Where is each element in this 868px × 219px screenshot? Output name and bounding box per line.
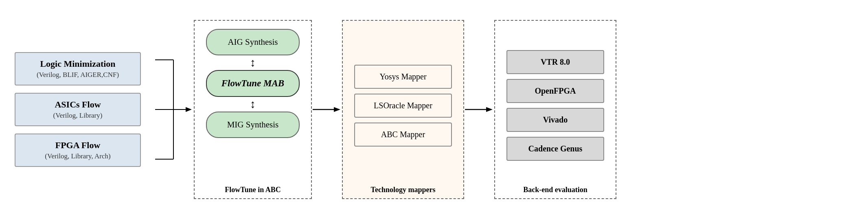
vtr-box: VTR 8.0	[506, 50, 604, 74]
flowtune-section: AIG Synthesis ↕ FlowTune MAB ↕ MIG Synth…	[194, 20, 312, 199]
flowtune-label: FlowTune MAB	[221, 78, 284, 88]
lsoracle-mapper-label: LSOracle Mapper	[374, 101, 432, 110]
double-arrow-aig-flowtune: ↕	[250, 57, 256, 68]
cadence-genus-label: Cadence Genus	[528, 144, 583, 153]
fpga-subtitle: (Verilog, Library, Arch)	[23, 152, 133, 160]
cadence-genus-box: Cadence Genus	[506, 137, 604, 161]
openfpga-label: OpenFPGA	[535, 86, 576, 95]
aig-synthesis-box: AIG Synthesis	[206, 29, 300, 55]
main-diagram: Logic Minimization (Verilog, BLIF, AIGER…	[7, 6, 861, 213]
logic-minimization-box: Logic Minimization (Verilog, BLIF, AIGER…	[15, 52, 141, 85]
yosys-mapper-label: Yosys Mapper	[379, 72, 426, 81]
vtr-label: VTR 8.0	[541, 57, 570, 66]
asics-flow-box: ASICs Flow (Verilog, Library)	[15, 93, 141, 126]
flowtune-mab-box: FlowTune MAB	[206, 70, 300, 97]
vivado-box: Vivado	[506, 108, 604, 132]
openfpga-box: OpenFPGA	[506, 79, 604, 103]
asics-title: ASICs Flow	[23, 99, 133, 110]
mig-synthesis-box: MIG Synthesis	[206, 112, 300, 138]
input-section: Logic Minimization (Verilog, BLIF, AIGER…	[15, 52, 153, 167]
vivado-label: Vivado	[543, 115, 568, 124]
mappers-section-label: Technology mappers	[371, 186, 436, 194]
mig-synthesis-label: MIG Synthesis	[227, 120, 279, 129]
asics-subtitle: (Verilog, Library)	[23, 112, 133, 120]
fpga-flow-box: FPGA Flow (Verilog, Library, Arch)	[15, 134, 141, 167]
logic-min-subtitle: (Verilog, BLIF, AIGER,CNF)	[23, 71, 133, 79]
yosys-mapper-box: Yosys Mapper	[354, 65, 452, 89]
aig-synthesis-label: AIG Synthesis	[228, 37, 278, 47]
mappers-section: Yosys Mapper LSOracle Mapper ABC Mapper …	[342, 20, 464, 199]
left-connector-svg	[155, 36, 192, 183]
backend-section-label: Back-end evaluation	[523, 186, 587, 194]
svg-marker-5	[186, 107, 192, 112]
lsoracle-mapper-box: LSOracle Mapper	[354, 94, 452, 118]
abc-mapper-label: ABC Mapper	[381, 130, 425, 139]
mappers-to-backend-arrow	[465, 101, 493, 118]
svg-marker-7	[334, 107, 340, 112]
svg-marker-9	[486, 107, 493, 112]
logic-min-title: Logic Minimization	[23, 59, 133, 69]
backend-section: VTR 8.0 OpenFPGA Vivado Cadence Genus Ba…	[494, 20, 616, 199]
center-to-mappers-arrow	[313, 101, 341, 118]
fpga-title: FPGA Flow	[23, 140, 133, 151]
double-arrow-flowtune-mig: ↕	[250, 99, 256, 110]
abc-mapper-box: ABC Mapper	[354, 123, 452, 147]
flowtune-section-label: FlowTune in ABC	[225, 186, 281, 194]
